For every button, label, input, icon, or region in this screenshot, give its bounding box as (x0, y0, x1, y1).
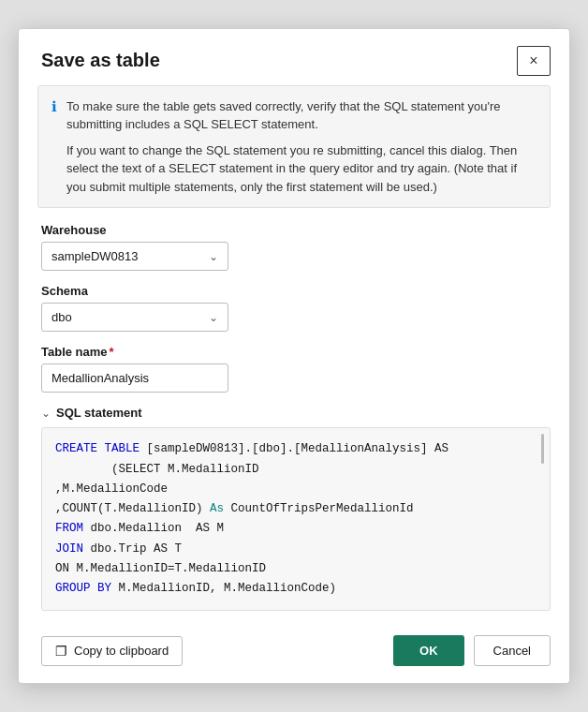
sql-line-5: FROM dbo.Medallion AS M (55, 519, 537, 539)
dialog-header: Save as table × (19, 29, 569, 85)
copy-to-clipboard-button[interactable]: ❐ Copy to clipboard (41, 636, 183, 666)
sql-chevron-icon: ⌄ (41, 407, 51, 420)
footer-actions: OK Cancel (393, 635, 551, 666)
sql-line-6: JOIN dbo.Trip AS T (55, 540, 537, 559)
sql-line-3: ,M.MedallionCode (55, 480, 537, 499)
scrollbar (541, 434, 544, 464)
warehouse-label: Warehouse (41, 223, 551, 237)
ok-button[interactable]: OK (393, 635, 464, 666)
warehouse-dropdown[interactable]: sampleDW0813 ⌄ (41, 242, 228, 271)
copy-label: Copy to clipboard (74, 644, 169, 658)
save-as-table-dialog: Save as table × ℹ To make sure the table… (18, 28, 570, 685)
sql-line-4: ,COUNT(T.MedallionID) As CountOfTripsPer… (55, 499, 537, 519)
sql-section-header[interactable]: ⌄ SQL statement (41, 406, 551, 420)
info-text: To make sure the table gets saved correc… (66, 97, 537, 197)
schema-dropdown-wrapper: dbo ⌄ (41, 303, 551, 332)
cancel-button[interactable]: Cancel (474, 635, 551, 666)
required-indicator: * (110, 345, 114, 359)
sql-section-label: SQL statement (56, 406, 142, 420)
sql-code-box: CREATE TABLE [sampleDW0813].[dbo].[Medal… (41, 427, 551, 611)
table-name-input[interactable] (41, 363, 228, 393)
warehouse-value: sampleDW0813 (51, 249, 139, 263)
form-section: Warehouse sampleDW0813 ⌄ Schema dbo ⌄ Ta… (19, 223, 569, 611)
info-icon: ℹ (51, 98, 57, 197)
dialog-title: Save as table (41, 50, 160, 71)
sql-line-8: GROUP BY M.MedallionID, M.MedallionCode) (55, 579, 537, 599)
schema-chevron-icon: ⌄ (209, 311, 218, 324)
sql-line-7: ON M.MedallionID=T.MedallionID (55, 559, 537, 579)
sql-line-2: (SELECT M.MedallionID (55, 460, 537, 480)
info-line1: To make sure the table gets saved correc… (66, 97, 537, 134)
copy-icon: ❐ (55, 644, 67, 659)
sql-line-1: CREATE TABLE [sampleDW0813].[dbo].[Medal… (55, 439, 537, 459)
dialog-footer: ❐ Copy to clipboard OK Cancel (19, 626, 569, 683)
table-name-label: Table name* (41, 345, 551, 359)
schema-dropdown[interactable]: dbo ⌄ (41, 303, 228, 332)
warehouse-chevron-icon: ⌄ (209, 250, 218, 263)
close-button[interactable]: × (517, 46, 551, 76)
schema-value: dbo (51, 310, 72, 324)
info-box: ℹ To make sure the table gets saved corr… (37, 85, 551, 209)
info-line2: If you want to change the SQL statement … (66, 141, 537, 197)
schema-label: Schema (41, 284, 551, 298)
warehouse-dropdown-wrapper: sampleDW0813 ⌄ (41, 242, 551, 271)
